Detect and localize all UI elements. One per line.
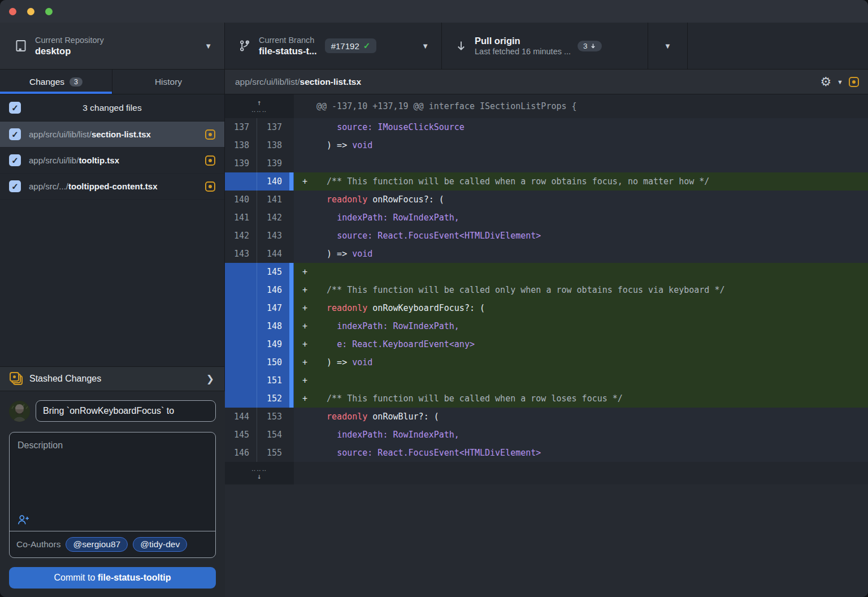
coauthor-pill[interactable]: @tidy-dev xyxy=(133,537,187,552)
hunk-header: ↑‥‥‥ @@ -137,10 +137,19 @@ interface ISe… xyxy=(225,94,868,118)
gear-icon[interactable]: ⚙ xyxy=(820,76,831,88)
coauthor-pill[interactable]: @sergiou87 xyxy=(66,537,128,552)
avatar xyxy=(9,401,30,422)
expand-hunk-up-button[interactable]: ↑‥‥‥ xyxy=(225,94,294,118)
diff-file-name: section-list.tsx xyxy=(300,77,362,87)
file-include-checkbox[interactable]: ✓ xyxy=(9,180,21,192)
diff-line-added[interactable]: 150+ ) => void xyxy=(225,353,868,371)
diff-line-added[interactable]: 148+ indexPath: RowIndexPath, xyxy=(225,317,868,335)
diff-line-gutter[interactable]: 140141 xyxy=(225,191,294,209)
diff-line-gutter[interactable]: 145154 xyxy=(225,426,294,444)
diff-line-gutter[interactable]: 145 xyxy=(225,263,294,281)
last-fetched-text: Last fetched 16 minutes ... xyxy=(475,46,571,57)
diff-line-code: indexPath: RowIndexPath, xyxy=(294,209,868,227)
stash-icon xyxy=(9,373,23,385)
tab-history[interactable]: History xyxy=(112,70,225,94)
diff-line-context[interactable]: 145154 indexPath: RowIndexPath, xyxy=(225,426,868,444)
tab-history-label: History xyxy=(155,77,182,87)
diff-line-gutter[interactable]: 142143 xyxy=(225,227,294,245)
diff-line-context[interactable]: 146155 source: React.FocusEvent<HTMLDivE… xyxy=(225,444,868,462)
commit-form: Co-Authors @sergiou87@tidy-dev Commit to… xyxy=(0,391,225,597)
arrow-up-icon: ↑ xyxy=(251,99,267,107)
new-line-number: 152 xyxy=(257,390,289,408)
new-line-number: 153 xyxy=(257,408,289,426)
diff-line-context[interactable]: 141142 indexPath: RowIndexPath, xyxy=(225,209,868,227)
close-window-button[interactable] xyxy=(9,8,16,15)
pull-options-button[interactable]: ▼ xyxy=(648,23,688,69)
diff-line-added[interactable]: 145+ xyxy=(225,263,868,281)
diff-line-gutter[interactable]: 143144 xyxy=(225,245,294,263)
diff-line-context[interactable]: 142143 source: React.FocusEvent<HTMLDivE… xyxy=(225,227,868,245)
current-branch-label: Current Branch xyxy=(259,35,317,45)
diff-line-gutter[interactable]: 152 xyxy=(225,390,294,408)
diff-line-gutter[interactable]: 139139 xyxy=(225,154,294,172)
add-coauthor-icon[interactable] xyxy=(17,514,29,525)
diff-line-added[interactable]: 151+ xyxy=(225,371,868,390)
changed-file-row[interactable]: ✓app/src/ui/lib/list/section-list.tsx xyxy=(0,122,224,148)
changed-file-row[interactable]: ✓app/src/.../tooltipped-content.tsx xyxy=(0,174,224,200)
diff-line-context[interactable]: 140141 readonly onRowFocus?: ( xyxy=(225,191,868,209)
tab-changes[interactable]: Changes 3 xyxy=(0,70,112,94)
diff-line-gutter[interactable]: 151 xyxy=(225,371,294,390)
diff-file-dir: app/src/ui/lib/list/ xyxy=(235,77,300,87)
file-path: app/src/ui/lib/list/section-list.tsx xyxy=(29,129,151,139)
minimize-window-button[interactable] xyxy=(27,8,34,15)
diff-line-context[interactable]: 144153 readonly onRowBlur?: ( xyxy=(225,408,868,426)
modified-status-icon xyxy=(205,129,215,140)
pr-status-badge[interactable]: #17192 ✓ xyxy=(325,38,377,53)
diff-line-gutter[interactable]: 149 xyxy=(225,335,294,353)
old-line-number: 141 xyxy=(225,209,257,227)
new-line-number: 137 xyxy=(257,118,289,136)
diff-panel: ↑‥‥‥ @@ -137,10 +137,19 @@ interface ISe… xyxy=(225,94,868,597)
diff-line-added[interactable]: 140+ /** This function will be called wh… xyxy=(225,172,868,191)
diff-line-sign: + xyxy=(294,339,316,349)
diff-line-gutter[interactable]: 150 xyxy=(225,353,294,371)
diff-line-gutter[interactable]: 146 xyxy=(225,281,294,299)
diff-line-sign: + xyxy=(294,285,316,295)
commit-description-input[interactable] xyxy=(10,432,215,531)
diff-line-context[interactable]: 137137 source: IMouseClickSource xyxy=(225,118,868,136)
old-line-number: 142 xyxy=(225,227,257,245)
diff-line-context[interactable]: 138138 ) => void xyxy=(225,136,868,154)
diff-line-gutter[interactable]: 138138 xyxy=(225,136,294,154)
diff-line-added[interactable]: 149+ e: React.KeyboardEvent<any> xyxy=(225,335,868,353)
diff-line-added[interactable]: 152+ /** This function will be called wh… xyxy=(225,390,868,408)
changed-files-count: 3 changed files xyxy=(0,103,224,113)
changes-sidebar: ✓ 3 changed files ✓app/src/ui/lib/list/s… xyxy=(0,94,225,597)
zoom-window-button[interactable] xyxy=(45,8,53,15)
commit-summary-input[interactable] xyxy=(36,400,216,422)
diff-line-gutter[interactable]: 146155 xyxy=(225,444,294,462)
stashed-changes-row[interactable]: Stashed Changes ❯ xyxy=(0,366,224,391)
diff-line-gutter[interactable]: 144153 xyxy=(225,408,294,426)
diff-line-gutter[interactable]: 141142 xyxy=(225,209,294,227)
commit-button[interactable]: Commit to file-status-tooltip xyxy=(9,567,216,589)
current-repository-button[interactable]: Current Repository desktop ▼ xyxy=(0,23,225,69)
diff-line-gutter[interactable]: 148 xyxy=(225,317,294,335)
file-include-checkbox[interactable]: ✓ xyxy=(9,154,21,166)
file-include-checkbox[interactable]: ✓ xyxy=(9,128,21,140)
diff-line-context[interactable]: 139139 xyxy=(225,154,868,172)
diff-line-gutter[interactable]: 147 xyxy=(225,299,294,317)
new-line-number: 147 xyxy=(257,299,289,317)
diff-line-code xyxy=(294,154,868,172)
diff-line-added[interactable]: 147+ readonly onRowKeyboardFocus?: ( xyxy=(225,299,868,317)
diff-options-dropdown-icon[interactable]: ▼ xyxy=(837,79,843,85)
diff-line-gutter[interactable]: 140 xyxy=(225,172,294,191)
diff-line-gutter[interactable]: 137137 xyxy=(225,118,294,136)
diff-line-sign: + xyxy=(294,303,316,313)
old-line-number xyxy=(225,317,257,335)
diff-line-code: source: React.FocusEvent<HTMLDivElement> xyxy=(294,444,868,462)
current-branch-button[interactable]: Current Branch file-status-t... #17192 ✓… xyxy=(225,23,442,69)
repository-icon xyxy=(15,39,27,53)
diff-line-added[interactable]: 146+ /** This function will be called on… xyxy=(225,281,868,299)
changed-file-row[interactable]: ✓app/src/ui/lib/tooltip.tsx xyxy=(0,148,224,174)
pull-origin-button[interactable]: Pull origin Last fetched 16 minutes ... … xyxy=(442,23,648,69)
diff-line-sign: + xyxy=(294,176,316,187)
expand-hunk-down-button[interactable]: ‥‥‥↓ xyxy=(225,462,294,484)
diff-line-code: + readonly onRowKeyboardFocus?: ( xyxy=(294,299,868,317)
new-line-number: 138 xyxy=(257,136,289,154)
tab-row: Changes 3 History app/src/ui/lib/list/se… xyxy=(0,70,868,94)
expand-bottom-row: ‥‥‥↓ xyxy=(225,462,868,484)
current-branch-name: file-status-t... xyxy=(259,45,317,57)
diff-line-context[interactable]: 143144 ) => void xyxy=(225,245,868,263)
